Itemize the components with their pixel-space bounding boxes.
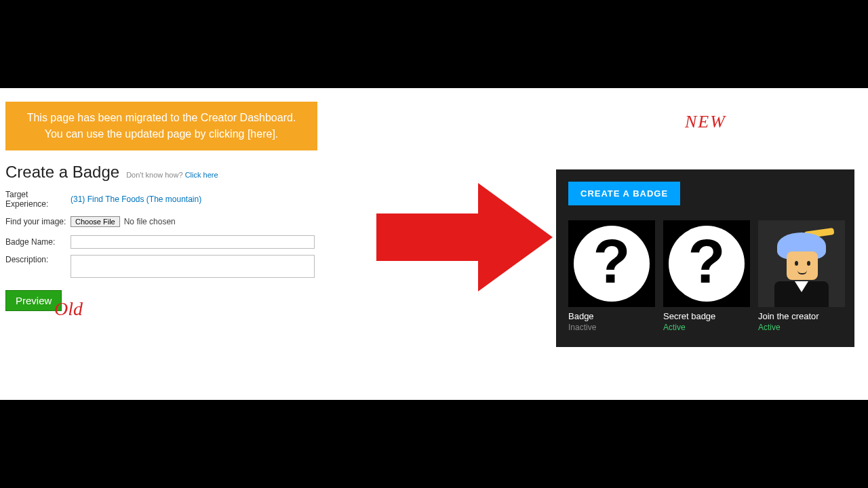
create-badge-button[interactable]: CREATE A BADGE <box>568 182 680 205</box>
badge-name: Secret badge <box>663 311 750 321</box>
question-mark-icon: ? <box>663 220 750 307</box>
choose-file-button[interactable]: Choose File <box>71 216 120 227</box>
old-ui-panel: This page has been migrated to the Creat… <box>5 102 317 311</box>
migration-banner[interactable]: This page has been migrated to the Creat… <box>5 102 317 150</box>
badge-card[interactable]: ?BadgeInactive <box>568 220 655 332</box>
badge-grid: ?BadgeInactive?Secret badgeActiveJoin th… <box>568 220 842 332</box>
badge-card[interactable]: Join the creatorActive <box>758 220 845 332</box>
svg-text:?: ? <box>593 228 631 296</box>
badge-card[interactable]: ?Secret badgeActive <box>663 220 750 332</box>
description-input[interactable] <box>71 255 315 278</box>
badge-name: Badge <box>568 311 655 321</box>
hint-prefix: Don't know how? <box>126 171 182 179</box>
badge-name: Join the creator <box>758 311 845 321</box>
question-mark-icon: ? <box>568 220 655 307</box>
new-ui-panel: CREATE A BADGE ?BadgeInactive?Secret bad… <box>556 169 854 347</box>
annotation-new: NEW <box>685 112 726 132</box>
avatar-icon <box>758 220 845 307</box>
badge-name-input[interactable] <box>71 235 315 249</box>
badge-status: Active <box>663 323 750 332</box>
arrow-icon <box>376 183 553 291</box>
target-experience-label: Target Experience: <box>5 190 71 209</box>
page-title: Create a Badge <box>5 163 119 182</box>
heading-row: Create a Badge Don't know how? Click her… <box>5 163 317 182</box>
help-link[interactable]: Click here <box>185 171 218 179</box>
preview-button[interactable]: Preview <box>5 290 62 311</box>
badge-form: Target Experience: (31) Find The Foods (… <box>5 190 317 311</box>
badge-name-row: Badge Name: <box>5 235 317 249</box>
badge-name-label: Badge Name: <box>5 237 71 247</box>
badge-status: Active <box>758 323 845 332</box>
image-row: Find your image: Choose File No file cho… <box>5 214 317 229</box>
svg-marker-0 <box>376 183 553 291</box>
badge-status: Inactive <box>568 323 655 332</box>
svg-text:?: ? <box>688 228 726 296</box>
description-row: Description: <box>5 255 317 278</box>
help-hint: Don't know how? Click here <box>126 171 218 179</box>
target-experience-row: Target Experience: (31) Find The Foods (… <box>5 190 317 209</box>
annotation-old: Old <box>54 298 83 320</box>
target-experience-link[interactable]: (31) Find The Foods (The mountain) <box>71 195 201 204</box>
description-label: Description: <box>5 255 71 264</box>
image-label: Find your image: <box>5 217 71 226</box>
file-status-text: No file chosen <box>124 217 176 226</box>
comparison-stage: This page has been migrated to the Creat… <box>0 88 868 400</box>
